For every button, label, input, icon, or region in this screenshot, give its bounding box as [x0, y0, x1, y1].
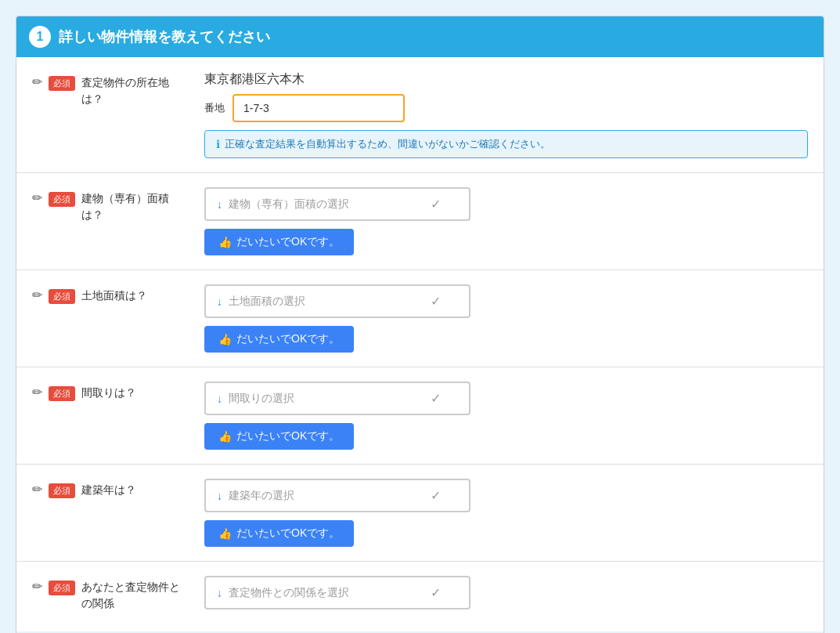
select-check-icon: ✓ [431, 197, 441, 212]
build-year-label-text: 建築年は？ [81, 482, 136, 498]
section-header: 1 詳しい物件情報を教えてください [16, 16, 824, 57]
required-badge-year: 必須 [49, 483, 75, 498]
location-row: ✏ 必須 査定物件の所在地 は？ 東京都港区六本木 番地 ℹ 正確な査定結果を自… [16, 57, 824, 173]
address-display: 東京都港区六本木 [204, 71, 808, 88]
select-arrow-icon-rel: ↓ [217, 587, 222, 599]
required-badge-location: 必須 [49, 76, 75, 91]
build-year-row: ✏ 必須 建築年は？ ↓ 建築年の選択 ✓ 👍 だいたいでOKです。 [16, 465, 824, 562]
relationship-label-group: ✏ 必須 あなたと査定物件と の関係 [32, 576, 204, 612]
land-label-text: 土地面積は？ [81, 288, 147, 304]
building-area-label-group: ✏ 必須 建物（専有）面積 は？ [32, 187, 204, 223]
build-year-select[interactable]: ↓ 建築年の選択 ✓ [204, 479, 470, 512]
select-arrow-icon: ↓ [217, 198, 222, 211]
building-area-row: ✏ 必須 建物（専有）面積 は？ ↓ 建物（専有）面積の選択 ✓ 👍 だ [16, 173, 824, 270]
select-check-icon-land: ✓ [431, 294, 441, 309]
pencil-icon-rel: ✏ [32, 579, 42, 594]
select-arrow-icon-land: ↓ [217, 295, 222, 308]
land-area-select[interactable]: ↓ 土地面積の選択 ✓ [204, 284, 470, 318]
relationship-control: ↓ 査定物件との関係を選択 ✓ [204, 576, 808, 617]
floor-plan-select[interactable]: ↓ 間取りの選択 ✓ [204, 382, 470, 415]
floor-plan-placeholder: 間取りの選択 [229, 392, 294, 406]
pencil-icon-land: ✏ [32, 288, 42, 302]
build-year-label-group: ✏ 必須 建築年は？ [32, 479, 204, 498]
build-year-ok-text: だいたいでOKです。 [236, 526, 340, 541]
info-box: ℹ 正確な査定結果を自動算出するため、間違いがないかご確認ください。 [204, 130, 808, 158]
relationship-select[interactable]: ↓ 査定物件との関係を選択 ✓ [204, 576, 470, 609]
land-area-ok-text: だいたいでOKです。 [236, 332, 340, 346]
location-label-text: 査定物件の所在地 は？ [81, 74, 169, 107]
land-area-label-group: ✏ 必須 土地面積は？ [32, 284, 204, 304]
required-badge-rel: 必須 [49, 581, 75, 595]
land-area-placeholder: 土地面積の選択 [229, 295, 305, 309]
banchi-input[interactable] [233, 94, 405, 122]
thumbs-up-icon-year: 👍 [218, 527, 232, 540]
required-badge-floor: 必須 [49, 386, 75, 401]
main-container: 1 詳しい物件情報を教えてください ✏ 必須 査定物件の所在地 は？ 東京都港区… [16, 16, 824, 633]
info-icon: ℹ [216, 138, 220, 150]
pencil-icon-floor: ✏ [32, 385, 42, 400]
floor-plan-row: ✏ 必須 間取りは？ ↓ 間取りの選択 ✓ 👍 だいたいでOKです。 [16, 367, 824, 465]
form-body: ✏ 必須 査定物件の所在地 は？ 東京都港区六本木 番地 ℹ 正確な査定結果を自… [16, 57, 824, 631]
building-area-control: ↓ 建物（専有）面積の選択 ✓ 👍 だいたいでOKです。 [204, 187, 808, 255]
build-year-placeholder: 建築年の選択 [229, 489, 294, 503]
select-check-icon-floor: ✓ [431, 391, 441, 406]
section-title: 詳しい物件情報を教えてください [59, 27, 270, 46]
floor-plan-control: ↓ 間取りの選択 ✓ 👍 だいたいでOKです。 [204, 382, 808, 450]
section-number: 1 [29, 26, 51, 48]
required-badge-land: 必須 [49, 289, 75, 304]
select-check-icon-year: ✓ [431, 488, 441, 503]
building-area-select[interactable]: ↓ 建物（専有）面積の選択 ✓ [204, 187, 470, 221]
building-area-placeholder: 建物（専有）面積の選択 [229, 197, 349, 212]
location-label-group: ✏ 必須 査定物件の所在地 は？ [32, 71, 204, 107]
floor-plan-ok-text: だいたいでOKです。 [236, 429, 340, 443]
building-area-ok-button[interactable]: 👍 だいたいでOKです。 [204, 229, 354, 255]
select-check-icon-rel: ✓ [431, 585, 441, 600]
relationship-row: ✏ 必須 あなたと査定物件と の関係 ↓ 査定物件との関係を選択 ✓ [16, 562, 824, 631]
thumbs-up-icon: 👍 [218, 236, 232, 248]
build-year-control: ↓ 建築年の選択 ✓ 👍 だいたいでOKです。 [204, 479, 808, 547]
land-area-row: ✏ 必須 土地面積は？ ↓ 土地面積の選択 ✓ 👍 だいたいでOKです。 [16, 270, 824, 367]
select-arrow-icon-floor: ↓ [217, 392, 222, 405]
required-badge-building: 必須 [49, 192, 75, 207]
select-arrow-icon-year: ↓ [217, 490, 222, 502]
build-year-ok-button[interactable]: 👍 だいたいでOKです。 [204, 520, 354, 547]
pencil-icon-building: ✏ [32, 190, 42, 205]
thumbs-up-icon-land: 👍 [218, 333, 232, 345]
banchi-label: 番地 [204, 101, 225, 115]
land-area-control: ↓ 土地面積の選択 ✓ 👍 だいたいでOKです。 [204, 284, 808, 353]
floor-plan-ok-button[interactable]: 👍 だいたいでOKです。 [204, 423, 354, 450]
address-input-row: 番地 [204, 94, 808, 122]
pencil-icon-year: ✏ [32, 482, 42, 497]
thumbs-up-icon-floor: 👍 [218, 430, 232, 443]
land-area-ok-button[interactable]: 👍 だいたいでOKです。 [204, 326, 354, 353]
floor-label-text: 間取りは？ [81, 385, 136, 401]
relationship-placeholder: 査定物件との関係を選択 [229, 586, 349, 600]
floor-plan-label-group: ✏ 必須 間取りは？ [32, 382, 204, 401]
info-text: 正確な査定結果を自動算出するため、間違いがないかご確認ください。 [225, 137, 550, 151]
pencil-icon-location: ✏ [32, 74, 42, 89]
building-label-text: 建物（専有）面積 は？ [81, 190, 169, 223]
relationship-label-text: あなたと査定物件と の関係 [81, 579, 180, 612]
building-area-ok-text: だいたいでOKです。 [236, 235, 340, 249]
location-control: 東京都港区六本木 番地 ℹ 正確な査定結果を自動算出するため、間違いがないかご確… [204, 71, 808, 158]
